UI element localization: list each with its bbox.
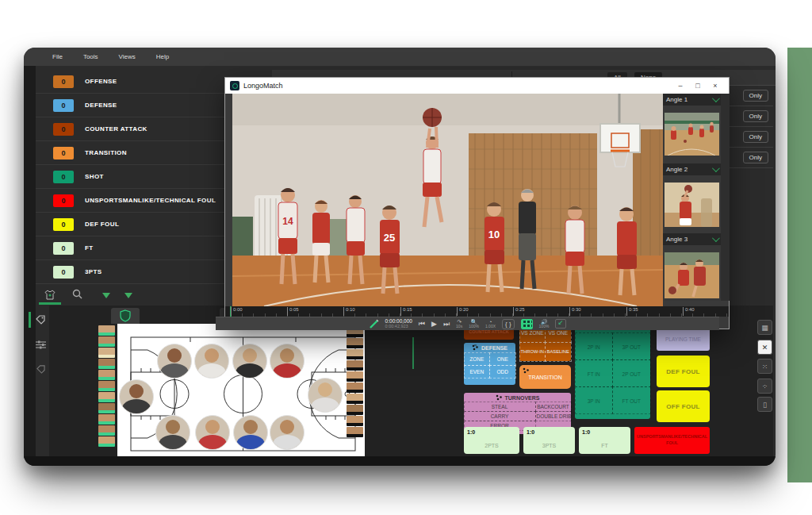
defense-panel[interactable]: DEFENSE ZONE ONE EVEN ODD [464, 343, 515, 385]
play-button[interactable]: ▶ [431, 321, 437, 328]
court-player-photo[interactable] [194, 344, 229, 379]
only-button[interactable]: Only [743, 152, 768, 163]
roster-player-card[interactable] [98, 348, 115, 358]
only-button[interactable]: Only [743, 131, 768, 143]
player-title-bar[interactable]: LongoMatch – □ × [225, 78, 729, 94]
roster-player-card[interactable] [98, 403, 115, 413]
link-buttons-button[interactable]: ⁙ [757, 359, 772, 374]
court-player-photo[interactable] [233, 415, 268, 450]
players-filter-tab[interactable] [39, 286, 61, 305]
court-player-photo[interactable] [232, 344, 267, 379]
roster-player-card[interactable] [98, 370, 115, 380]
filter-dropdown-icon[interactable] [102, 293, 110, 298]
roster-player-card[interactable] [347, 394, 363, 404]
roster-player-card[interactable] [98, 325, 115, 336]
roster-player-card[interactable] [347, 427, 363, 437]
roster-player-card[interactable] [98, 425, 115, 436]
label-view-button[interactable] [32, 360, 49, 378]
roster-player-card[interactable] [98, 381, 115, 391]
filter-dropdown-icon[interactable] [124, 293, 132, 298]
resize-grid-button[interactable]: ⁘ [757, 379, 772, 394]
timeline-ruler[interactable]: 0:00 0:05 0:10 0:15 0:20 0:25 0:30 0:35 … [225, 306, 729, 317]
throw-in-cell[interactable]: THROW-IN [519, 342, 546, 362]
roster-player-card[interactable] [347, 371, 363, 382]
segment-brackets-button[interactable]: { } [502, 319, 515, 329]
off-foul-button[interactable]: OFF FOUL [657, 390, 710, 422]
maximize-button[interactable]: □ [689, 82, 707, 90]
angle-1-thumbnail[interactable] [665, 113, 719, 156]
court-player-photo[interactable] [308, 378, 343, 413]
home-roster-list[interactable] [98, 325, 116, 447]
only-button[interactable]: Only [743, 110, 768, 122]
angle-3-selector[interactable]: Angle 3 [663, 233, 721, 245]
baseline-cell[interactable]: BASELINE [545, 342, 572, 362]
roster-player-card[interactable] [98, 359, 115, 369]
roster-player-card[interactable] [98, 336, 115, 347]
roster-player-card[interactable] [347, 360, 363, 371]
court-player-photo[interactable] [270, 415, 304, 450]
search-icon[interactable] [72, 289, 82, 299]
delete-button[interactable]: ✕ [757, 340, 772, 355]
defense-odd-cell[interactable]: ODD [489, 365, 516, 379]
2p-in-cell[interactable]: 2P IN [575, 332, 614, 360]
keyboard-shortcuts-button[interactable]: ▦ [757, 320, 772, 335]
roster-player-card[interactable] [347, 338, 363, 348]
roster-player-card[interactable] [98, 414, 115, 425]
3pts-button[interactable]: 1:0 3PTS [523, 427, 575, 454]
defense-even-cell[interactable]: EVEN [464, 365, 491, 379]
angles-scrollbar-gutter[interactable] [721, 94, 730, 301]
next-frame-button[interactable]: ⏭ [443, 321, 450, 328]
only-button[interactable]: Only [743, 90, 768, 102]
roster-player-card[interactable] [347, 405, 363, 415]
minimize-button[interactable]: – [672, 82, 689, 90]
ft-button[interactable]: 1:0 FT [579, 427, 630, 454]
transition-button[interactable]: TRANSITION [519, 365, 571, 389]
ft-out-cell[interactable]: FT OUT [612, 386, 651, 414]
home-team-tab[interactable] [111, 308, 140, 324]
court-player-photo[interactable] [119, 379, 154, 414]
angle-1-selector[interactable]: Angle 1 [663, 94, 721, 106]
previous-frame-button[interactable]: ⏮ [419, 321, 425, 328]
shot-panel[interactable]: SHOT 2P IN 3P OUT FT IN 2P OUT 3P IN FT … [575, 324, 650, 419]
ft-in-cell[interactable]: FT IN [575, 359, 614, 387]
playing-time-button[interactable]: PLAYING TIME [657, 327, 710, 351]
angle-3-thumbnail[interactable] [665, 252, 719, 298]
away-roster-list[interactable] [347, 327, 364, 437]
tactics-court-canvas[interactable] [117, 324, 365, 456]
3p-in-cell[interactable]: 3P IN [575, 386, 614, 414]
angle-2-thumbnail[interactable] [665, 183, 719, 227]
roster-player-card[interactable] [347, 349, 363, 359]
roster-player-card[interactable] [347, 416, 363, 426]
2pts-button[interactable]: 1:0 2PTS [464, 427, 519, 454]
menu-views[interactable]: Views [119, 53, 136, 60]
court-player-photo[interactable] [270, 344, 304, 379]
tech-foul-button[interactable]: UNSPORTSMANLIKE/TECHNICAL FOUL [634, 427, 710, 454]
menu-file[interactable]: File [52, 53, 63, 60]
court-player-photo[interactable] [157, 344, 192, 379]
roster-player-card[interactable] [347, 382, 363, 393]
multiview-grid-button[interactable] [521, 319, 533, 329]
close-button[interactable]: × [707, 82, 724, 90]
def-foul-button[interactable]: DEF FOUL [657, 356, 710, 387]
menu-tools[interactable]: Tools [83, 53, 98, 60]
defense-zone-cell[interactable]: ZONE [464, 352, 491, 366]
3p-out-cell[interactable]: 3P OUT [612, 332, 651, 360]
defense-one-cell[interactable]: ONE [489, 352, 516, 366]
jump-control[interactable]: ↷ 10s [456, 319, 462, 329]
volume-control[interactable]: 🔊 100% [539, 319, 550, 329]
roster-player-card[interactable] [98, 436, 115, 447]
menu-help[interactable]: Help [156, 53, 169, 60]
draw-pencil-icon[interactable] [369, 319, 379, 329]
zoom-control[interactable]: 🔍 100% [469, 319, 479, 329]
angle-2-selector[interactable]: Angle 2 [663, 163, 721, 175]
tag-view-button[interactable] [32, 311, 49, 329]
2p-out-cell[interactable]: 2P OUT [612, 359, 651, 387]
fit-buttons-button[interactable]: ▯ [757, 397, 772, 412]
rate-control[interactable]: ◔ 1.00X [485, 319, 496, 329]
court-player-photo[interactable] [155, 415, 190, 450]
roster-player-card[interactable] [98, 392, 115, 402]
court-player-photo[interactable] [195, 415, 230, 450]
detach-window-button[interactable] [555, 319, 566, 329]
settings-view-button[interactable] [32, 336, 49, 353]
video-frame[interactable]: 14 2 [232, 94, 663, 306]
